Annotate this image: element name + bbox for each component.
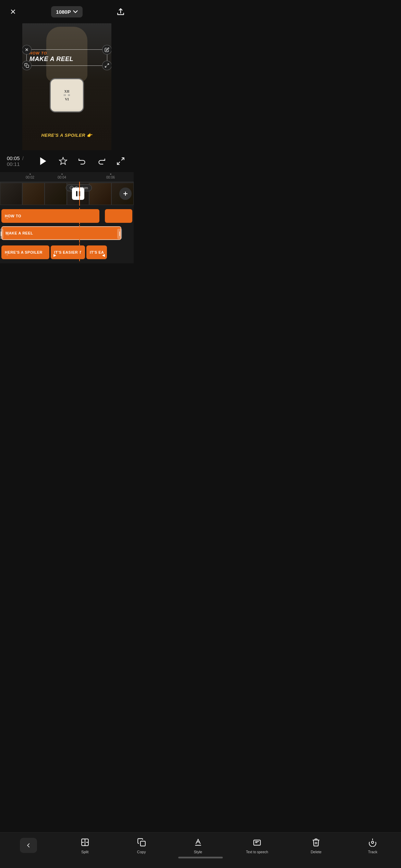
add-clip-button[interactable] bbox=[119, 188, 132, 200]
current-time: 00:05 bbox=[7, 155, 20, 161]
clip-handle-left[interactable] bbox=[0, 229, 3, 239]
total-time: 00:11 bbox=[7, 161, 20, 167]
svg-rect-4 bbox=[26, 65, 29, 68]
svg-line-6 bbox=[105, 66, 107, 67]
ruler-tick bbox=[90, 173, 91, 176]
video-frame bbox=[89, 183, 111, 205]
clip-how-to[interactable]: HOW TO → bbox=[1, 209, 99, 223]
playhead[interactable] bbox=[79, 182, 80, 206]
magic-button[interactable] bbox=[57, 155, 69, 167]
timeline: 00:02 00:04 00:06 Custom bbox=[0, 172, 134, 263]
redo-button[interactable] bbox=[95, 155, 108, 167]
text-overlay[interactable]: HOW TO MAKE A REEL bbox=[26, 49, 107, 66]
clip-handle-right[interactable] bbox=[117, 229, 122, 239]
spoiler-text: HERE'S A SPOILER 👉 bbox=[22, 133, 111, 138]
playback-buttons bbox=[36, 154, 127, 168]
undo-button[interactable] bbox=[76, 155, 88, 167]
pause-button[interactable] bbox=[72, 188, 84, 200]
duplicate-overlay-button[interactable] bbox=[22, 61, 32, 70]
video-frame bbox=[22, 183, 45, 205]
clip-make-a-reel[interactable]: MAKE A REEL → bbox=[1, 226, 121, 240]
clip-row-3: HERE'S A SPOILER → IT'S EASIER T ▶ IT'S … bbox=[0, 243, 134, 261]
play-button[interactable] bbox=[36, 154, 50, 168]
time-display: 00:05 / 00:11 bbox=[7, 155, 36, 167]
ruler-tick: 00:02 bbox=[26, 173, 34, 179]
clip-spoiler[interactable]: HERE'S A SPOILER → bbox=[1, 245, 49, 259]
clips-area: HOW TO → MAKE A REEL → HERE'S A SP bbox=[0, 206, 134, 263]
export-button[interactable] bbox=[114, 5, 127, 18]
time-separator: / bbox=[22, 155, 24, 161]
close-overlay-button[interactable] bbox=[22, 45, 32, 55]
clip-row-2: MAKE A REEL → bbox=[0, 225, 134, 243]
svg-line-9 bbox=[121, 158, 124, 160]
overlay-line2: MAKE A REEL bbox=[29, 56, 104, 63]
overlay-line1: HOW TO bbox=[29, 51, 104, 55]
resize-overlay-button[interactable] bbox=[102, 61, 111, 70]
fullscreen-button[interactable] bbox=[114, 155, 127, 167]
clip-how-to-2[interactable] bbox=[105, 209, 132, 223]
resolution-button[interactable]: 1080P bbox=[51, 6, 82, 17]
edit-overlay-button[interactable] bbox=[102, 45, 111, 55]
ruler-tick: 00:04 bbox=[58, 173, 66, 179]
ruler-tick: 00:06 bbox=[106, 173, 115, 179]
svg-line-5 bbox=[107, 64, 109, 65]
clip-its-ea[interactable]: IT'S EA ◀ bbox=[86, 245, 107, 259]
video-frame bbox=[0, 183, 22, 205]
video-frame bbox=[45, 183, 67, 205]
video-strip: Custom bbox=[0, 182, 134, 206]
video-preview-wrapper: XII IX III VI HOW TO bbox=[0, 22, 134, 150]
top-bar: 1080P bbox=[0, 0, 134, 22]
svg-marker-8 bbox=[59, 157, 67, 165]
clip-row-1: HOW TO → bbox=[0, 208, 134, 224]
video-preview: XII IX III VI HOW TO bbox=[22, 23, 111, 150]
svg-line-10 bbox=[117, 162, 120, 165]
playback-controls: 00:05 / 00:11 bbox=[0, 150, 134, 172]
clip-its-easier[interactable]: IT'S EASIER T ▶ bbox=[51, 245, 85, 259]
svg-marker-7 bbox=[40, 157, 46, 165]
timeline-ruler: 00:02 00:04 00:06 bbox=[0, 172, 134, 182]
close-button[interactable] bbox=[7, 5, 19, 18]
